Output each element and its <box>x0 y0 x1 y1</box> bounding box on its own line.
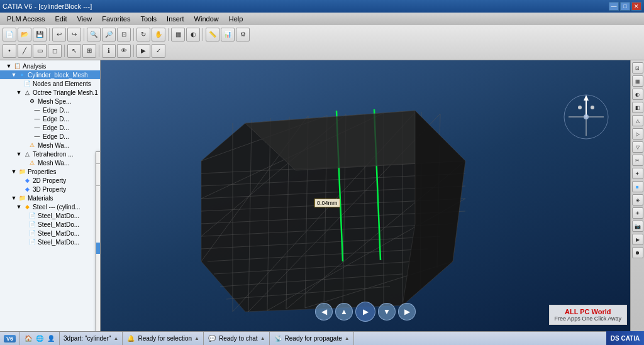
tb-solid[interactable]: ◻ <box>48 44 62 58</box>
rt-camera[interactable]: 📷 <box>632 221 643 232</box>
ctx-shape[interactable]: Shape ▶ <box>96 209 101 220</box>
ctx-recent2[interactable]: 2 Steel --- <box>96 175 101 185</box>
ctx-equipment[interactable]: Equipment ▶ <box>96 231 101 243</box>
tb-redo[interactable]: ↪ <box>67 28 81 41</box>
ctx-exit[interactable]: Exit <box>96 152 101 163</box>
ctx-automation[interactable]: Automation <box>96 322 101 331</box>
tb-plane[interactable]: ▭ <box>33 44 47 58</box>
tree-octree[interactable]: ▼ △ Octree Triangle Mesh.1 <box>0 88 100 97</box>
minimize-button[interactable]: — <box>609 2 619 11</box>
nav-play-button[interactable]: ▶ <box>355 302 375 322</box>
menu-help[interactable]: Help <box>225 13 248 25</box>
rt-right[interactable]: ▽ <box>632 141 643 153</box>
globe-icon[interactable]: 🌐 <box>35 334 44 343</box>
tree-steelmat1[interactable]: 📄 Steel_MatDo... <box>0 211 100 220</box>
tree-edge1[interactable]: — Edge D... <box>0 106 100 114</box>
ctx-robotics[interactable]: Robotics <box>96 299 101 310</box>
rt-view3[interactable]: ◐ <box>632 89 643 100</box>
tb-compute[interactable]: ▶ <box>136 44 150 58</box>
menu-plmaccess[interactable]: PLM Access <box>3 13 50 25</box>
tree-steel-cyl[interactable]: ▼ ◆ Steel --- (cylind... <box>0 202 100 211</box>
tb-select[interactable]: ↖ <box>67 44 81 58</box>
tb-open[interactable]: 📂 <box>18 28 31 41</box>
status-part-arrow[interactable]: ▲ <box>113 336 118 341</box>
nav-next-button[interactable]: ▶ <box>398 303 416 320</box>
menu-tools[interactable]: Tools <box>136 13 161 25</box>
tb-point[interactable]: • <box>3 44 16 58</box>
user-icon[interactable]: 👤 <box>47 334 55 343</box>
tb-new[interactable]: 📄 <box>3 28 16 41</box>
tree-materials[interactable]: ▼ 📁 Materials <box>0 194 100 202</box>
rt-color[interactable]: ■ <box>632 181 643 192</box>
rt-explode[interactable]: ✦ <box>632 168 643 179</box>
tree-meshwarn1[interactable]: ⚠ Mesh Wa... <box>0 141 100 150</box>
tree-2dprop[interactable]: ◆ 2D Property <box>0 176 100 185</box>
status-selection-arrow[interactable]: ▲ <box>194 336 199 341</box>
tb-zoom-in[interactable]: 🔍 <box>87 28 101 41</box>
tree-cylinder-mesh[interactable]: ▼ ● Cylinder_block_Mesh <box>0 70 100 79</box>
ctx-recent1[interactable]: 1 cylinderBlock --- <box>96 163 101 175</box>
rt-view2[interactable]: ▦ <box>632 75 643 87</box>
tree-meshspec[interactable]: ⚙ Mesh Spe... <box>0 97 100 106</box>
tb-save[interactable]: 💾 <box>33 28 47 41</box>
tb-zoom-out[interactable]: 🔎 <box>102 28 116 41</box>
tb-properties[interactable]: ℹ <box>102 44 116 58</box>
tb-rotate[interactable]: ↻ <box>136 28 150 41</box>
menu-insert[interactable]: Insert <box>162 13 189 25</box>
tb-multiselect[interactable]: ⊞ <box>82 44 96 58</box>
tb-settings[interactable]: ⚙ <box>236 28 250 41</box>
rt-top[interactable]: △ <box>632 115 643 126</box>
home-icon[interactable]: 🏠 <box>24 334 33 343</box>
ctx-machining[interactable]: Machining ▶ <box>96 265 101 277</box>
rt-iso[interactable]: ◧ <box>632 102 643 113</box>
tree-edge2[interactable]: — Edge D... <box>0 114 100 123</box>
tree-3dprop[interactable]: ◆ 3D Property <box>0 185 100 194</box>
tree-steelmat4[interactable]: 📄 Steel_MatDo... <box>0 238 100 246</box>
tree-properties[interactable]: ▼ 📁 Properties <box>0 167 100 176</box>
rt-record[interactable]: ⏺ <box>632 247 643 258</box>
tree-edge4[interactable]: — Edge D... <box>0 132 100 141</box>
tb-line[interactable]: ╱ <box>18 44 31 58</box>
ctx-simulation[interactable]: Simulation ▶ <box>96 254 101 265</box>
tree-nodes-elements[interactable]: 📄 Nodes and Elements <box>0 79 100 88</box>
nav-down-button[interactable]: ▼ <box>378 303 396 320</box>
tb-undo[interactable]: ↩ <box>52 28 66 41</box>
ctx-digitalmockup[interactable]: Digital Mockup ▶ <box>96 277 101 288</box>
nav-up-button[interactable]: ▲ <box>335 303 353 320</box>
ctx-systems[interactable]: Systems ▶ <box>96 197 101 209</box>
ctx-manufacturing[interactable]: Manufacturing Planning ▶ <box>96 288 101 299</box>
tb-mesh[interactable]: ▦ <box>171 28 185 41</box>
rt-section[interactable]: ✂ <box>632 155 643 166</box>
menu-window[interactable]: Window <box>190 13 223 25</box>
rt-front[interactable]: ▷ <box>632 128 643 140</box>
ctx-mechanical[interactable]: Mechanical ▶ <box>96 220 101 231</box>
tree-analysis[interactable]: ▼ 📋 Analysis <box>0 62 100 70</box>
tree-steelmat2[interactable]: 📄 Steel_MatDo... <box>0 220 100 229</box>
ctx-infrastructure[interactable]: Infrastructure ▶ <box>96 185 101 197</box>
ctx-knowledgeware[interactable]: Knowledgeware ▶ <box>96 243 101 254</box>
tree-tetra[interactable]: ▼ △ Tetrahedron ... <box>0 150 100 158</box>
tb-hide[interactable]: 👁 <box>117 44 131 58</box>
tree-steelmat3[interactable]: 📄 Steel_MatDo... <box>0 229 100 238</box>
tb-measure[interactable]: 📏 <box>206 28 219 41</box>
status-propagate-arrow[interactable]: ▲ <box>345 336 350 341</box>
tb-validate[interactable]: ✓ <box>152 44 165 58</box>
tree-edge3[interactable]: — Edge D... <box>0 123 100 132</box>
menu-favorites[interactable]: Favorites <box>97 13 135 25</box>
tb-shade[interactable]: ◐ <box>186 28 200 41</box>
ctx-ergonomics[interactable]: Ergonomics ▶ <box>96 310 101 322</box>
menu-edit[interactable]: Edit <box>51 13 72 25</box>
rt-animate[interactable]: ▶ <box>632 234 643 245</box>
rt-material[interactable]: ◈ <box>632 194 643 205</box>
menu-view[interactable]: View <box>73 13 97 25</box>
rt-light[interactable]: ☀ <box>632 207 643 219</box>
viewport[interactable]: 0.04mm ◀ ▲ ▶ <box>101 60 630 331</box>
tree-meshwarn2[interactable]: ⚠ Mesh Wa... <box>0 158 100 167</box>
maximize-button[interactable]: □ <box>620 2 630 11</box>
status-chat-arrow[interactable]: ▲ <box>260 336 265 341</box>
tb-analysis[interactable]: 📊 <box>221 28 235 41</box>
tb-fit[interactable]: ⊡ <box>117 28 131 41</box>
close-button[interactable]: ✕ <box>631 2 641 11</box>
rt-view1[interactable]: ⊡ <box>632 62 643 74</box>
nav-prev-button[interactable]: ◀ <box>315 303 333 320</box>
